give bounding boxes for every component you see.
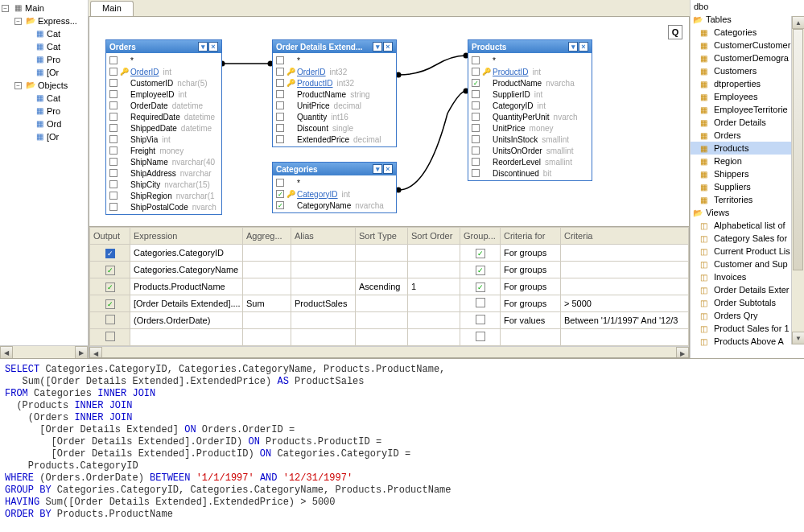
table-box-categories[interactable]: Categories▾× * ✓🔑CategoryIDint✓CategoryN… [272, 162, 397, 213]
aggregate-cell[interactable] [243, 312, 291, 329]
checkbox-icon[interactable] [276, 79, 284, 87]
checkbox-icon[interactable] [109, 124, 118, 132]
column-row[interactable]: ReorderLevelsmallint [468, 156, 592, 167]
collapse-icon[interactable]: − [2, 5, 9, 12]
grid-row[interactable]: ✓[Order Details Extended]....SumProductS… [90, 295, 689, 312]
schema-table-item[interactable]: ▦EmployeeTerritorie [691, 103, 804, 116]
checkbox-icon[interactable] [109, 180, 118, 188]
table-box-orders[interactable]: Orders▾× * 🔑OrderIDintCustomerIDnchar(5)… [105, 39, 222, 215]
sort-type-cell[interactable]: Ascending [356, 278, 408, 295]
sort-type-cell[interactable] [356, 295, 408, 312]
checkbox-icon[interactable] [276, 113, 284, 121]
criteria-cell[interactable] [561, 278, 689, 295]
column-row[interactable]: UnitsInStocksmallint [468, 134, 592, 145]
column-row[interactable]: ShippedDatedatetime [106, 122, 221, 134]
column-row[interactable]: Freightmoney [106, 145, 221, 156]
checkbox-icon[interactable] [109, 192, 118, 200]
schema-table-item[interactable]: ▦Products [691, 142, 804, 155]
expression-cell[interactable]: Categories.CategoryID [130, 245, 243, 262]
tree-child[interactable]: ▦Pro [2, 105, 88, 118]
scroll-right-icon[interactable]: ▶ [676, 347, 689, 358]
grid-header[interactable]: Group... [460, 228, 501, 245]
column-row[interactable]: ExtendedPricedecimal [273, 134, 396, 145]
schema-view-item[interactable]: ◫Orders Qry [691, 309, 804, 322]
checkbox-icon[interactable] [476, 298, 485, 307]
checkbox-icon[interactable] [105, 315, 115, 324]
schema-table-item[interactable]: ▦CustomerDemogra [691, 52, 804, 64]
grid-header[interactable]: Criteria for [501, 228, 561, 245]
checkbox-icon[interactable]: ✓ [105, 266, 115, 275]
close-icon[interactable]: × [579, 42, 588, 52]
tree-child[interactable]: ▦Ord [2, 118, 88, 130]
group-cell[interactable] [460, 329, 501, 346]
aggregate-cell[interactable] [243, 262, 291, 278]
checkbox-icon[interactable] [472, 158, 480, 166]
column-row[interactable]: RequiredDatedatetime [106, 111, 221, 122]
grid-header[interactable]: Alias [291, 228, 356, 245]
select-all-row[interactable]: * [273, 177, 396, 188]
checkbox-icon[interactable] [276, 124, 284, 132]
checkbox-icon[interactable] [109, 158, 118, 166]
aggregate-cell[interactable] [243, 329, 291, 346]
checkbox-icon[interactable] [276, 68, 284, 76]
column-row[interactable]: ShipPostalCodenvarch [106, 201, 221, 212]
scroll-up-icon[interactable]: ▲ [792, 16, 804, 29]
tree-child[interactable]: ▦Cat [2, 27, 88, 40]
schema-table-item[interactable]: ▦Suppliers [691, 180, 804, 193]
right-vscrollbar[interactable]: ▲ ▼ [791, 16, 804, 344]
sort-order-cell[interactable] [408, 312, 460, 329]
column-row[interactable]: 🔑ProductIDint [468, 66, 592, 77]
scroll-left-icon[interactable]: ◀ [89, 347, 102, 358]
collapse-icon[interactable]: − [14, 18, 22, 25]
scroll-right-icon[interactable]: ▶ [75, 346, 88, 359]
column-row[interactable]: ShipNamenvarchar(40 [106, 156, 221, 167]
schema-table-item[interactable]: ▦Territories [691, 193, 804, 206]
minimize-icon[interactable]: ▾ [198, 42, 208, 52]
schema-view-item[interactable]: ◫Products Above A [691, 335, 804, 348]
checkbox-icon[interactable]: ✓ [105, 299, 115, 309]
column-row[interactable]: ShipCitynvarchar(15) [106, 179, 221, 190]
sort-order-cell[interactable] [408, 262, 460, 278]
alias-cell[interactable] [291, 278, 356, 295]
column-row[interactable]: CategoryIDint [468, 100, 592, 111]
column-row[interactable]: ProductNamestring [273, 89, 396, 100]
criteria-for-cell[interactable]: For groups [501, 245, 561, 262]
checkbox-icon[interactable] [476, 315, 485, 324]
checkbox-icon[interactable]: ✓ [476, 266, 485, 275]
column-row[interactable]: 🔑ProductIDint32 [273, 77, 396, 89]
schema-view-item[interactable]: ◫Current Product Lis [691, 245, 804, 258]
schema-table-item[interactable]: ▦Order Details [691, 116, 804, 129]
schema-view-item[interactable]: ◫Order Details Exter [691, 283, 804, 296]
table-box-order-details-ext[interactable]: Order Details Extend...▾× * 🔑OrderIDint3… [272, 39, 397, 147]
schema-table-item[interactable]: ▦Categories [691, 26, 804, 39]
checkbox-icon[interactable] [109, 203, 118, 211]
close-icon[interactable]: × [383, 164, 393, 174]
schema-view-item[interactable]: ◫Customer and Sup [691, 258, 804, 270]
grid-row[interactable]: (Orders.OrderDate)For valuesBetween '1/1… [90, 312, 689, 329]
close-icon[interactable]: × [208, 42, 218, 52]
group-cell[interactable] [460, 312, 501, 329]
grid-row[interactable]: ✓Categories.CategoryName✓For groups [90, 262, 689, 278]
expression-cell[interactable]: (Orders.OrderDate) [130, 312, 243, 329]
center-hscrollbar[interactable]: ◀ ▶ [89, 346, 689, 358]
checkbox-icon[interactable] [472, 146, 480, 155]
tree-child[interactable]: ▦Cat [2, 92, 88, 105]
diagram-canvas[interactable]: Q Orders▾× * 🔑OrderIDintCu [89, 16, 690, 358]
checkbox-icon[interactable] [105, 332, 115, 341]
views-folder[interactable]: 📂Views [691, 206, 804, 219]
column-row[interactable]: OrderDatedatetime [106, 100, 221, 111]
criteria-cell[interactable]: > 5000 [561, 295, 689, 312]
checkbox-icon[interactable] [109, 79, 118, 87]
alias-cell[interactable] [291, 262, 356, 278]
checkbox-icon[interactable] [109, 135, 118, 143]
grid-row[interactable] [90, 329, 689, 346]
sort-order-cell[interactable]: 1 [408, 278, 460, 295]
minimize-icon[interactable]: ▾ [568, 42, 578, 52]
checkbox-icon[interactable] [472, 90, 480, 98]
column-row[interactable]: EmployeeIDint [106, 89, 221, 100]
column-row[interactable]: ✓🔑CategoryIDint [273, 188, 396, 200]
schema-view-item[interactable]: ◫Order Subtotals [691, 296, 804, 309]
checkbox-icon[interactable] [472, 124, 480, 132]
column-row[interactable]: CustomerIDnchar(5) [106, 77, 221, 89]
checkbox-icon[interactable] [109, 90, 118, 98]
